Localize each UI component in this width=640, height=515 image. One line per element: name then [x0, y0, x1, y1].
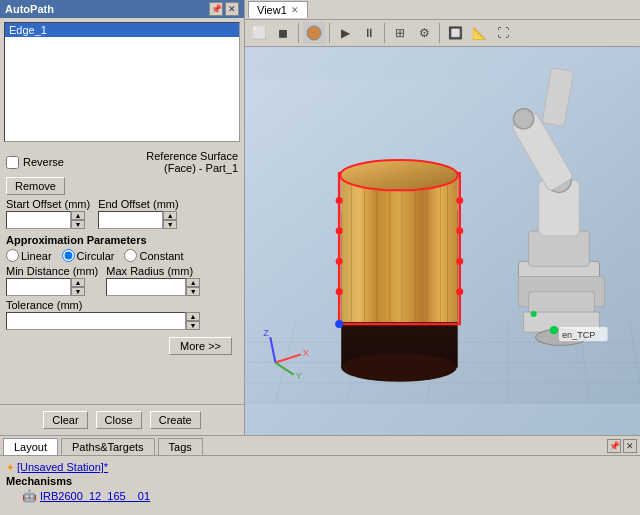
ref-surface-value: (Face) - Part_1 [146, 162, 238, 174]
tab-tags[interactable]: Tags [158, 438, 203, 455]
ref-surface-label: Reference Surface [146, 150, 238, 162]
constant-label: Constant [139, 250, 183, 262]
svg-text:Z: Z [263, 328, 269, 338]
panel-title: AutoPath [5, 3, 54, 15]
toolbar-btn-view[interactable]: 🔲 [444, 22, 466, 44]
toolbar-btn-1[interactable]: ⬜ [248, 22, 270, 44]
approx-params-label: Approximation Parameters [6, 234, 238, 246]
bottom-tab-buttons: 📌 ✕ [607, 439, 640, 453]
start-offset-spinners: ▲ ▼ [71, 211, 85, 229]
reverse-checkbox[interactable] [6, 156, 19, 169]
tolerance-group: Tolerance (mm) 1.00 ▲ ▼ [6, 299, 238, 330]
linear-radio-item: Linear [6, 249, 52, 262]
reverse-checkbox-row: Reverse [6, 156, 64, 169]
circular-radio[interactable] [62, 249, 75, 262]
circular-radio-item: Circular [62, 249, 115, 262]
edge-list[interactable]: Edge_1 [4, 22, 240, 142]
create-button[interactable]: Create [150, 411, 201, 429]
min-distance-spinners: ▲ ▼ [71, 278, 85, 296]
max-radius-up[interactable]: ▲ [186, 278, 200, 287]
min-distance-group: Min Distance (mm) 3.00 ▲ ▼ [6, 265, 98, 296]
max-radius-input-group: 100000.00 ▲ ▼ [106, 278, 200, 296]
view-tab-close-icon[interactable]: ✕ [291, 5, 299, 15]
more-button[interactable]: More >> [169, 337, 232, 355]
max-radius-down[interactable]: ▼ [186, 287, 200, 296]
min-distance-input[interactable]: 3.00 [6, 278, 71, 296]
viewport-toolbar: ⬜ ◼ ▶ ⏸ ⊞ ⚙ 🔲 📐 ⛶ [245, 20, 640, 47]
3d-viewport[interactable]: en_TCP [245, 47, 640, 435]
linear-radio[interactable] [6, 249, 19, 262]
toolbar-btn-settings[interactable]: ⚙ [413, 22, 435, 44]
more-row: More >> [6, 337, 238, 355]
action-buttons: Clear Close Create [0, 404, 244, 435]
min-distance-up[interactable]: ▲ [71, 278, 85, 287]
svg-point-23 [550, 326, 558, 334]
clear-button[interactable]: Clear [43, 411, 87, 429]
svg-point-28 [341, 353, 456, 381]
start-offset-down[interactable]: ▼ [71, 220, 85, 229]
offset-row: Start Offset (mm) 0.00 ▲ ▼ End Offset (m… [6, 198, 238, 229]
scene-svg: en_TCP [245, 47, 640, 435]
close-button[interactable]: Close [96, 411, 142, 429]
end-offset-up[interactable]: ▲ [163, 211, 177, 220]
panel-close-button[interactable]: ✕ [225, 2, 239, 16]
toolbar-separator-4 [439, 23, 440, 43]
panel-header-buttons: 📌 ✕ [209, 2, 239, 16]
station-label[interactable]: [Unsaved Station]* [17, 461, 108, 473]
toolbar-separator-1 [298, 23, 299, 43]
start-offset-input-group: 0.00 ▲ ▼ [6, 211, 90, 229]
constant-radio[interactable] [124, 249, 137, 262]
svg-point-46 [456, 258, 463, 265]
start-offset-up[interactable]: ▲ [71, 211, 85, 220]
toolbar-btn-grid[interactable]: ⊞ [389, 22, 411, 44]
panel-header: AutoPath 📌 ✕ [0, 0, 244, 18]
toolbar-btn-pause[interactable]: ⏸ [358, 22, 380, 44]
circular-label: Circular [77, 250, 115, 262]
viewport-panel: View1 ✕ ⬜ ◼ ▶ ⏸ ⊞ ⚙ 🔲 📐 ⛶ [245, 0, 640, 435]
svg-point-40 [336, 197, 343, 204]
form-section: Reverse Reference Surface (Face) - Part_… [0, 146, 244, 404]
bottom-panel-pin[interactable]: 📌 [607, 439, 621, 453]
svg-point-41 [336, 227, 343, 234]
min-distance-input-group: 3.00 ▲ ▼ [6, 278, 98, 296]
robot-icon: 🤖 [22, 489, 37, 503]
remove-button[interactable]: Remove [6, 177, 65, 195]
toolbar-btn-play[interactable]: ▶ [334, 22, 356, 44]
autopath-panel: AutoPath 📌 ✕ Edge_1 Reverse Reference Su… [0, 0, 245, 435]
toolbar-btn-2[interactable]: ◼ [272, 22, 294, 44]
end-offset-label: End Offset (mm) [98, 198, 178, 210]
tree-item-station[interactable]: ✦ [Unsaved Station]* [6, 460, 634, 474]
edge-item[interactable]: Edge_1 [5, 23, 239, 37]
max-radius-input[interactable]: 100000.00 [106, 278, 186, 296]
max-radius-label: Max Radius (mm) [106, 265, 200, 277]
svg-text:X: X [303, 348, 309, 358]
tab-layout[interactable]: Layout [3, 438, 58, 455]
view1-tab[interactable]: View1 ✕ [248, 1, 308, 18]
min-max-row: Min Distance (mm) 3.00 ▲ ▼ Max Radius (m… [6, 265, 238, 296]
toolbar-btn-3[interactable] [303, 22, 325, 44]
end-offset-input[interactable]: 0.00 [98, 211, 163, 229]
tree-item-robot[interactable]: 🤖 IRB2600_12_165__01 [6, 488, 634, 504]
bottom-panel-close[interactable]: ✕ [623, 439, 637, 453]
end-offset-down[interactable]: ▼ [163, 220, 177, 229]
tolerance-up[interactable]: ▲ [186, 312, 200, 321]
view1-tab-label: View1 [257, 4, 287, 16]
svg-point-43 [336, 288, 343, 295]
tolerance-down[interactable]: ▼ [186, 321, 200, 330]
tree-item-mechanisms[interactable]: Mechanisms [6, 474, 634, 488]
tolerance-input-group: 1.00 ▲ ▼ [6, 312, 238, 330]
mechanisms-label: Mechanisms [6, 475, 72, 487]
tolerance-input[interactable]: 1.00 [6, 312, 186, 330]
tab-paths-targets[interactable]: Paths&Targets [61, 438, 155, 455]
view-tab-bar: View1 ✕ [245, 0, 640, 20]
toolbar-btn-extra1[interactable]: 📐 [468, 22, 490, 44]
svg-point-49 [335, 320, 343, 328]
toolbar-btn-extra2[interactable]: ⛶ [492, 22, 514, 44]
panel-pin-button[interactable]: 📌 [209, 2, 223, 16]
bottom-tabs-bar: Layout Paths&Targets Tags 📌 ✕ [0, 436, 640, 456]
start-offset-label: Start Offset (mm) [6, 198, 90, 210]
min-distance-down[interactable]: ▼ [71, 287, 85, 296]
start-offset-input[interactable]: 0.00 [6, 211, 71, 229]
robot-label[interactable]: IRB2600_12_165__01 [40, 490, 150, 502]
max-radius-group: Max Radius (mm) 100000.00 ▲ ▼ [106, 265, 200, 296]
